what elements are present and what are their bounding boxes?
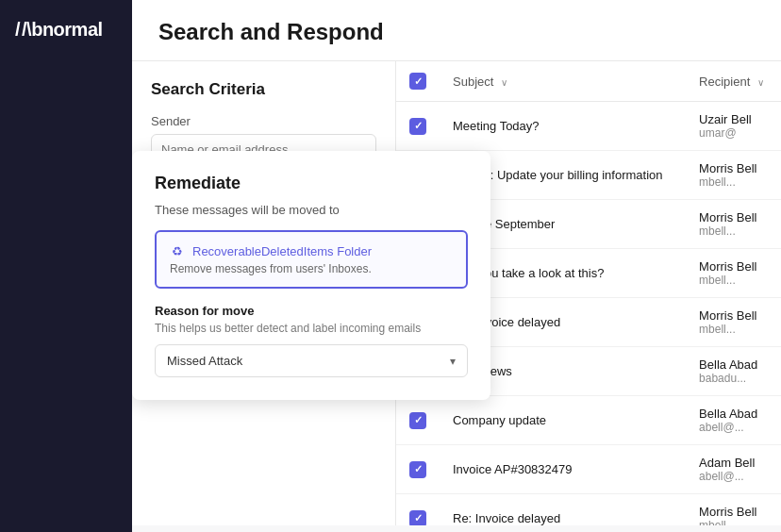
main-content: Search and Respond Search Criteria Sende…: [132, 0, 781, 532]
subject-text: Company update: [453, 413, 546, 427]
app-logo: //\bnormal: [15, 19, 117, 41]
recipient-email: abell@...: [699, 470, 768, 483]
recipient-header[interactable]: Recipient ∨: [686, 61, 781, 102]
row-checkbox-cell[interactable]: [396, 102, 440, 151]
sidebar: //\bnormal: [0, 0, 132, 532]
folder-name: ♻ RecoverableDeletedItems Folder: [170, 243, 453, 258]
subject-cell: Company update: [440, 396, 686, 445]
recipient-cell: Morris Bell mbell...: [686, 298, 781, 347]
recipient-name: Morris Bell: [699, 259, 768, 274]
folder-icon: ♻: [170, 243, 185, 258]
row-checkbox[interactable]: [409, 118, 426, 135]
row-checkbox[interactable]: [409, 412, 426, 429]
subject-header[interactable]: Subject ∨: [440, 61, 686, 102]
recipient-email: mbell...: [699, 274, 768, 287]
select-all-header[interactable]: [396, 61, 440, 102]
recipient-email: abell@...: [699, 421, 768, 434]
sender-label: Sender: [151, 114, 376, 128]
recipient-name: Morris Bell: [699, 161, 768, 175]
table-row[interactable]: Company update Bella Abad abell@...: [396, 396, 781, 445]
row-checkbox-cell[interactable]: [396, 396, 440, 445]
header-checkbox[interactable]: [409, 73, 426, 90]
row-checkbox[interactable]: [409, 461, 426, 478]
folder-box[interactable]: ♻ RecoverableDeletedItems Folder Remove …: [155, 230, 468, 289]
subject-text: Re: Invoice delayed: [453, 511, 560, 525]
recipient-email: babadu...: [699, 372, 768, 385]
reason-title: Reason for move: [155, 304, 468, 318]
remediate-title: Remediate: [155, 174, 468, 193]
subject-cell: Re: Invoice delayed: [440, 494, 686, 526]
recipient-email: mbell...: [699, 175, 768, 189]
subject-sort-icon: ∨: [501, 77, 507, 88]
recipient-cell: Morris Bell mbell...: [686, 494, 781, 526]
recipient-name: Morris Bell: [699, 210, 768, 224]
recipient-name: Uzair Bell: [699, 112, 768, 126]
recipient-cell: Morris Bell mbell...: [686, 200, 781, 249]
table-row[interactable]: Invoice AP#30832479 Adam Bell abell@...: [396, 445, 781, 494]
recipient-cell: Morris Bell mbell...: [686, 249, 781, 298]
search-criteria-title: Search Criteria: [151, 80, 376, 99]
recipient-cell: Bella Abad babadu...: [686, 347, 781, 396]
recipient-sort-icon: ∨: [757, 77, 764, 88]
chevron-down-icon: ▾: [450, 355, 456, 368]
subject-text: Invoice AP#30832479: [453, 462, 573, 476]
folder-desc: Remove messages from users' Inboxes.: [170, 262, 453, 275]
table-row[interactable]: Meeting Today? Uzair Bell umar@: [396, 102, 781, 151]
recipient-name: Bella Abad: [699, 357, 768, 372]
table-row[interactable]: Re: Invoice delayed Morris Bell mbell...: [396, 494, 781, 526]
recipient-cell: Morris Bell mbell...: [686, 151, 781, 200]
subject-text: Meeting Today?: [453, 119, 540, 133]
row-checkbox-cell[interactable]: [396, 445, 440, 494]
recipient-name: Adam Bell: [699, 456, 768, 470]
recipient-email: mbell...: [699, 323, 768, 336]
recipient-email: umar@: [699, 126, 768, 140]
reason-select[interactable]: Missed Attack ▾: [155, 344, 468, 377]
page-title: Search and Respond: [158, 19, 755, 60]
subject-cell: Meeting Today?: [440, 102, 686, 151]
page-header: Search and Respond: [132, 0, 781, 61]
recipient-cell: Bella Abad abell@...: [686, 396, 781, 445]
logo-slash: /: [15, 19, 20, 41]
row-checkbox-cell[interactable]: [396, 494, 440, 526]
subject-cell: Invoice AP#30832479: [440, 445, 686, 494]
recipient-cell: Adam Bell abell@...: [686, 445, 781, 494]
recipient-name: Bella Abad: [699, 407, 768, 421]
row-checkbox[interactable]: [409, 510, 426, 526]
recipient-email: mbell...: [699, 519, 768, 525]
remediate-subtitle: These messages will be moved to: [155, 203, 468, 217]
recipient-name: Morris Bell: [699, 505, 768, 519]
reason-value: Missed Attack: [167, 354, 242, 368]
recipient-name: Morris Bell: [699, 308, 768, 323]
remediate-card: Remediate These messages will be moved t…: [132, 151, 490, 400]
reason-desc: This helps us better detect and label in…: [155, 322, 468, 335]
recipient-cell: Uzair Bell umar@: [686, 102, 781, 151]
recipient-email: mbell...: [699, 224, 768, 238]
